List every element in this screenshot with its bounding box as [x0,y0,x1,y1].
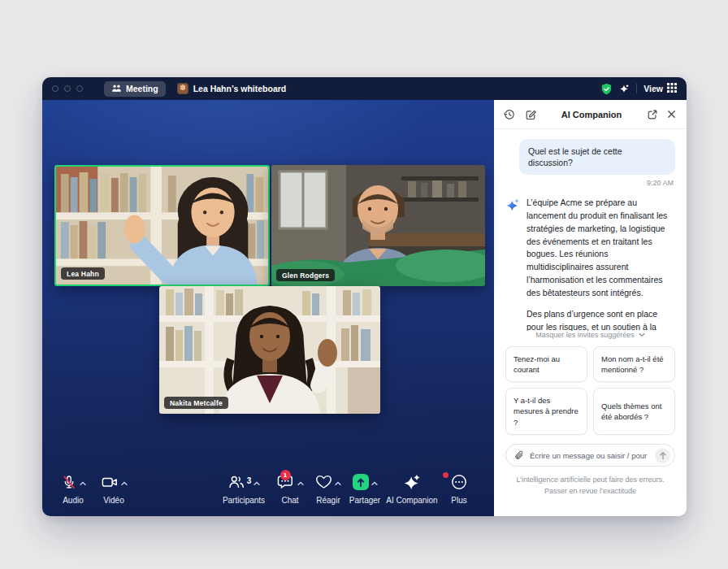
view-button[interactable]: View [644,83,677,94]
user-question-bubble: Quel est le sujet de cette discussion? [519,139,675,175]
message-timestamp: 9:20 AM [647,179,674,187]
ai-disclaimer: L’intelligence artificielle peut faire d… [505,475,675,497]
meeting-video-area: Lea Hahn [42,100,494,516]
whiteboard-owner-avatar [177,83,188,94]
panel-title: AI Companion [536,110,647,119]
participants-icon [228,474,245,493]
toolbar-video-label: Vidéo [103,496,124,505]
disclaimer-line-2: Passer en revue l’exactitude [544,487,636,495]
window-zoom-button[interactable] [76,85,83,92]
tab-meeting[interactable]: Meeting [104,81,166,97]
toolbar-more-button[interactable]: Plus [425,474,493,505]
toolbar-video-button[interactable]: Vidéo [80,474,148,505]
hide-suggested-prompts-label: Masquer les invites suggérées [535,331,635,339]
share-screen-icon [353,474,369,490]
tab-meeting-label: Meeting [126,84,158,93]
suggested-prompt-button[interactable]: Tenez-moi au courant [505,346,587,383]
view-grid-icon [667,83,677,94]
ai-companion-star-icon [505,197,520,330]
video-options-caret-icon[interactable] [121,475,128,489]
video-tile-nakita-metcalfe[interactable]: Nakita Metcalfe [159,286,380,414]
window-controls[interactable] [52,85,83,92]
tab-whiteboard-label: Lea Hahn’s whiteboard [193,84,287,93]
disclaimer-line-1: L’intelligence artificielle peut faire d… [516,476,664,484]
suggested-prompts-section: Masquer les invites suggérées Tenez-moi … [494,331,687,516]
zoom-app-window: Meeting Lea Hahn’s whiteboard View [42,77,687,516]
new-chat-icon[interactable] [525,109,536,120]
attachment-paperclip-icon[interactable] [514,450,524,461]
suggested-prompt-button[interactable]: Quels thèmes ont été abordés ? [593,388,675,435]
suggested-prompt-button[interactable]: Y a-t-il des mesures à prendre ? [505,388,587,435]
history-icon[interactable] [504,109,515,120]
participants-count: 3 [247,476,252,485]
ai-sparkle-icon[interactable] [619,84,630,94]
security-shield-icon[interactable] [600,83,613,95]
more-notification-dot [443,472,448,478]
ai-response-message: L’équipe Acme se prépare au lancement du… [505,197,675,330]
ai-companion-sparkle-icon [403,474,421,494]
meeting-people-icon [111,84,122,94]
send-message-button[interactable] [655,448,670,463]
video-frame-nakita-metcalfe [159,286,380,414]
participant-name-tag: Nakita Metcalfe [164,397,228,409]
ai-paragraph: L’équipe Acme se prépare au lancement du… [526,197,675,299]
ai-companion-panel: AI Companion Quel est le sujet de cette … [494,100,687,516]
view-label: View [644,84,663,93]
participant-name-tag: Glen Rodgers [276,269,335,281]
window-minimize-button[interactable] [64,85,71,92]
close-panel-icon[interactable] [666,109,677,119]
share-options-caret-icon[interactable] [371,475,378,489]
hide-suggested-prompts-button[interactable]: Masquer les invites suggérées [505,331,675,339]
video-frame-glen-rodgers [271,165,485,286]
window-titlebar: Meeting Lea Hahn’s whiteboard View [42,77,687,100]
camera-icon [101,474,119,493]
more-ellipsis-icon [451,474,467,493]
pop-out-icon[interactable] [647,109,658,120]
message-input[interactable] [530,451,649,460]
chat-unread-badge: 1 [280,470,291,480]
video-tile-glen-rodgers[interactable]: Glen Rodgers [271,165,485,286]
ai-companion-chat-area: Quel est le sujet de cette discussion? 9… [494,129,687,331]
microphone-muted-icon [61,474,77,494]
message-input-pill [505,444,675,467]
window-close-button[interactable] [52,85,58,92]
suggested-prompt-button[interactable]: Mon nom a-t-il été mentionné ? [593,346,675,383]
chevron-down-icon [639,331,645,339]
toolbar-more-label: Plus [451,496,466,505]
titlebar-divider [636,84,637,93]
toolbar-share-label: Partager [349,496,380,505]
participant-name-tag: Lea Hahn [61,267,105,280]
tab-whiteboard[interactable]: Lea Hahn’s whiteboard [177,83,287,94]
ai-companion-panel-header: AI Companion [494,100,687,129]
ai-paragraph: Des plans d’urgence sont en place pour l… [526,308,675,330]
heart-icon [315,474,332,493]
video-tile-lea-hahn[interactable]: Lea Hahn [54,165,270,286]
